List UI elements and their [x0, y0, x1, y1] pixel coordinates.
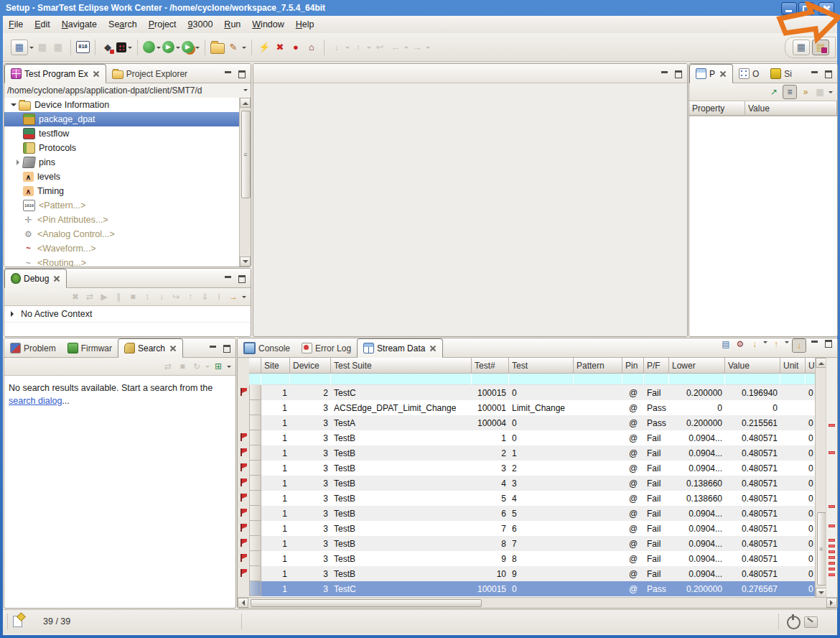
tab-test-program-ex[interactable]: Test Program Ex [4, 64, 106, 83]
tab-o[interactable]: O [733, 65, 765, 83]
drop-to-frame-button[interactable]: ⇓ [199, 291, 210, 302]
stream-hscrollbar-thumb[interactable] [251, 599, 482, 607]
row-header-cell[interactable] [249, 430, 261, 445]
scroll-left-icon[interactable] [238, 598, 248, 608]
table-row[interactable]: 13TestB65@Fail0.0904...0.4805710 [249, 506, 815, 521]
tree-item--analog-control-[interactable]: ⚙<Analog Control...> [4, 227, 240, 241]
chevron-down-icon[interactable] [195, 47, 200, 51]
flag-icon[interactable] [239, 554, 248, 563]
tab-firmwar[interactable]: Firmwar [62, 339, 118, 357]
tree-item-device-information[interactable]: Device Information [4, 98, 240, 112]
row-header-cell[interactable] [249, 566, 261, 581]
tab-p[interactable]: P [689, 64, 733, 83]
table-row[interactable]: 13TestB98@Fail0.0904...0.4805710 [249, 551, 815, 566]
flag-icon[interactable] [239, 448, 248, 457]
terminate-all-button[interactable]: ✖ [70, 291, 81, 302]
menu-project[interactable]: Project [143, 17, 182, 32]
column-header-lower[interactable]: Lower [669, 358, 725, 374]
open-setup-button[interactable] [210, 43, 225, 54]
tab-debug[interactable]: Debug [4, 269, 67, 288]
flag-icon[interactable] [239, 494, 248, 502]
chevron-down-icon[interactable] [157, 47, 161, 51]
menu-navigate[interactable]: Navigate [56, 17, 103, 32]
menu-edit[interactable]: Edit [29, 17, 56, 32]
filter-row[interactable] [249, 374, 815, 385]
filter-cell[interactable] [725, 374, 780, 385]
testflow-trace-button[interactable]: → [228, 291, 239, 302]
table-row[interactable]: 13TestB21@Fail0.0904...0.4805710 [249, 445, 815, 461]
tree-item-timing[interactable]: ∧Timing [4, 184, 240, 198]
smartest-perspective-button[interactable]: ▤ [812, 40, 829, 55]
column-header-site[interactable]: Site [261, 358, 290, 374]
export-table-button[interactable]: ▤ [720, 338, 732, 350]
power-status-icon[interactable] [787, 616, 801, 629]
close-icon[interactable] [169, 345, 177, 352]
maximize-icon[interactable] [823, 338, 834, 348]
error-mark-icon[interactable] [829, 424, 835, 427]
cancel-search-button[interactable]: ■ [177, 361, 188, 372]
window-maximize-button[interactable] [798, 2, 814, 15]
suspend-button[interactable]: ∥ [113, 291, 124, 302]
table-row[interactable]: 13TestB43@Fail0.1386600.4805710 [249, 476, 815, 491]
filter-cell[interactable] [780, 374, 806, 385]
column-header-value[interactable]: Value [725, 358, 780, 374]
previous-annotation-button[interactable]: ↑ [351, 40, 365, 55]
tree-item-package-dpat[interactable]: package_dpat [4, 112, 240, 126]
property-column-header[interactable]: Property [689, 101, 745, 116]
filter-cell[interactable] [472, 374, 509, 385]
tree-vertical-scrollbar[interactable] [239, 98, 251, 267]
tab-search[interactable]: Search [118, 338, 183, 358]
configure-stream-button[interactable]: ⚙ [734, 338, 746, 350]
system-status-icon[interactable] [804, 616, 818, 628]
filter-cell[interactable] [290, 374, 331, 385]
value-column-header[interactable]: Value [745, 101, 837, 116]
table-row[interactable]: 13TestB10@Fail0.0904...0.4805710 [249, 430, 815, 445]
filter-cell[interactable] [574, 374, 622, 385]
resume-button[interactable]: ▶ [98, 291, 110, 302]
stream-horizontal-scrollbar[interactable] [238, 597, 837, 608]
tab-stream-data[interactable]: Stream Data [357, 338, 443, 358]
error-mark-icon[interactable] [829, 568, 835, 570]
debug-button[interactable] [143, 41, 155, 53]
tab-project-explorer[interactable]: Project Explorer [106, 65, 193, 83]
row-header-cell[interactable] [249, 551, 261, 566]
tree-item--waveform-[interactable]: ~<Waveform...> [4, 241, 240, 256]
new-wizard-button[interactable]: ▦ [11, 40, 28, 55]
close-icon[interactable] [53, 275, 60, 282]
view-menu-icon[interactable] [242, 296, 246, 300]
table-row[interactable]: 13TestB87@Fail0.0904...0.4805710 [249, 536, 815, 551]
chevron-down-icon[interactable] [367, 47, 371, 51]
disconnect-debug-button[interactable]: ↕ [141, 291, 153, 302]
menu-run[interactable]: Run [218, 17, 246, 32]
run-button[interactable]: ▶ [162, 41, 174, 53]
back-button[interactable]: ← [388, 40, 403, 55]
column-header-p-f[interactable]: P/F [644, 358, 669, 374]
flag-icon[interactable] [239, 524, 248, 532]
filter-cell[interactable] [622, 374, 644, 385]
maximize-icon[interactable] [221, 343, 232, 353]
row-header-cell[interactable] [249, 506, 261, 521]
tab-error-log[interactable]: Error Log [296, 339, 357, 357]
minimize-icon[interactable] [223, 69, 233, 78]
maximize-icon[interactable] [673, 69, 683, 78]
flag-icon[interactable] [239, 388, 248, 397]
expand-icon[interactable] [13, 160, 23, 165]
open-perspective-button[interactable]: ▦ [793, 40, 810, 55]
menu-search[interactable]: Search [103, 17, 143, 32]
error-mark-icon[interactable] [829, 524, 835, 527]
scroll-up-icon[interactable] [240, 98, 251, 108]
error-mark-icon[interactable] [829, 573, 835, 576]
device-selector-button[interactable] [116, 42, 126, 52]
view-menu-icon[interactable] [227, 366, 231, 370]
filter-cell[interactable] [644, 374, 669, 385]
close-icon[interactable] [93, 70, 100, 78]
production-mode-button[interactable]: ⌂ [304, 40, 319, 55]
row-header-cell[interactable] [249, 521, 261, 536]
chevron-down-icon[interactable] [243, 89, 248, 93]
chevron-down-icon[interactable] [426, 47, 430, 51]
connect-button[interactable]: ⚡ [257, 40, 271, 55]
table-row[interactable]: 13TestC1000150@Pass0.2000000.2765670 [249, 581, 815, 596]
close-icon[interactable] [719, 70, 727, 78]
pin-property-view-button[interactable]: ↗ [768, 86, 780, 98]
save-button[interactable]: ▦ [35, 40, 50, 55]
